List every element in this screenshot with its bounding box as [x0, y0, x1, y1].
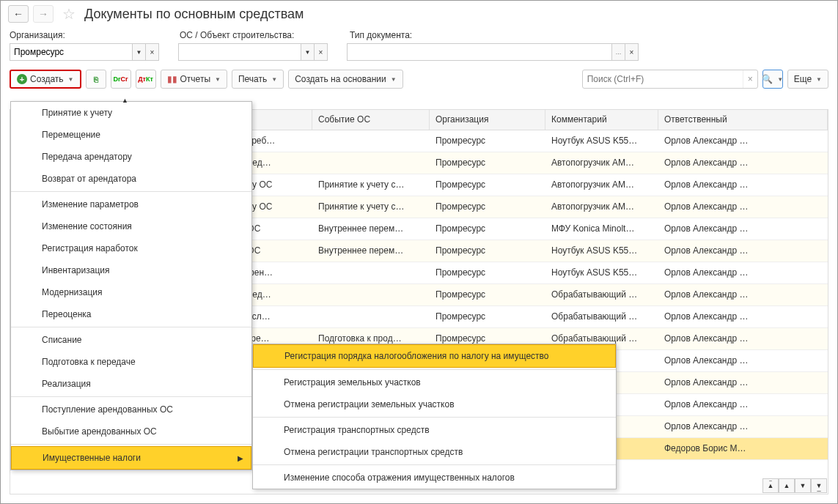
type-filter[interactable]: … ×	[347, 43, 639, 61]
submenu-item[interactable]: Регистрация транспортных средств	[253, 419, 616, 441]
table-cell: Промресурс	[430, 262, 545, 284]
dropdown-icon[interactable]: ▼	[133, 43, 146, 61]
filter-row: Организация: ОС / Объект строительства: …	[1, 27, 837, 43]
table-cell	[312, 152, 430, 174]
table-cell: Орлов Александр …	[658, 284, 828, 305]
os-filter-input[interactable]	[178, 43, 301, 61]
col-header[interactable]: Событие ОС	[312, 110, 430, 130]
org-filter[interactable]: ▼ ×	[10, 43, 159, 61]
table-cell: Ноутбук ASUS K55…	[545, 240, 658, 262]
table-cell: Принятие к учету с…	[312, 174, 430, 196]
table-cell: Ноутбук ASUS K55…	[545, 262, 658, 284]
ellipsis-icon[interactable]: …	[612, 43, 625, 61]
table-cell	[312, 284, 430, 305]
more-button[interactable]: Еще ▼	[787, 70, 828, 89]
menu-separator	[11, 444, 251, 445]
table-cell: Орлов Александр …	[658, 350, 828, 371]
menu-item[interactable]: Модернизация	[11, 281, 251, 303]
dropdown-icon[interactable]: ▼	[301, 43, 315, 61]
menu-item[interactable]: Изменение параметров	[11, 193, 251, 215]
forward-button[interactable]: →	[33, 5, 54, 23]
menu-separator	[253, 417, 616, 418]
type-filter-input[interactable]	[347, 43, 612, 61]
table-cell: Ноутбук ASUS K55…	[545, 130, 658, 152]
col-header[interactable]: Организация	[430, 110, 545, 130]
toolbar: + Создать ▼ ⎘ DrCr ДтКт ▮▮ Отчеты ▼ Печа…	[10, 70, 828, 89]
table-cell: Промресурс	[430, 284, 545, 305]
clear-icon[interactable]: ×	[146, 43, 159, 61]
org-filter-input[interactable]	[10, 43, 133, 61]
search-button[interactable]: 🔍▼	[762, 70, 783, 89]
menu-item[interactable]: Имущественные налоги▶	[11, 446, 251, 470]
clear-icon[interactable]: ×	[315, 43, 328, 61]
submenu-item[interactable]: Регистрация порядка налогообложения по н…	[253, 344, 616, 368]
reports-label: Отчеты	[180, 74, 210, 84]
menu-item[interactable]: Подготовка к передаче	[11, 351, 251, 373]
submenu-item[interactable]: Регистрация земельных участков	[253, 371, 616, 393]
reports-button[interactable]: ▮▮ Отчеты ▼	[161, 70, 227, 89]
table-cell: Внутреннее перем…	[312, 218, 430, 240]
chevron-down-icon: ▼	[215, 76, 221, 83]
table-cell: Промресурс	[430, 240, 545, 262]
table-cell: Орлов Александр …	[658, 394, 828, 415]
menu-item[interactable]: Возврат от арендатора	[11, 168, 251, 190]
table-cell: Промресурс	[430, 196, 545, 218]
print-button[interactable]: Печать ▼	[232, 70, 284, 89]
app-window: ← → ☆ Документы по основным средствам Ор…	[0, 0, 838, 504]
copy-button[interactable]: ⎘	[86, 70, 106, 89]
os-filter[interactable]: ▼ ×	[178, 43, 328, 61]
magnifier-icon: 🔍	[762, 74, 773, 84]
table-cell	[312, 262, 430, 284]
menu-item[interactable]: Выбытие арендованных ОС	[11, 420, 251, 442]
dr-cr-button[interactable]: DrCr	[111, 70, 131, 89]
clear-icon[interactable]: ×	[625, 43, 639, 61]
search-box[interactable]: ×	[582, 70, 758, 89]
nav-up-icon[interactable]: ▲	[779, 478, 795, 493]
table-cell: Орлов Александр …	[658, 306, 828, 327]
os-filter-label: ОС / Объект строительства:	[180, 30, 334, 40]
menu-separator	[253, 464, 616, 465]
favorite-star-icon[interactable]: ☆	[62, 5, 76, 23]
menu-item[interactable]: Передача арендатору	[11, 146, 251, 168]
menu-separator	[253, 369, 616, 370]
chevron-down-icon: ▼	[391, 76, 397, 83]
menu-item[interactable]: Поступление арендованных ОС	[11, 399, 251, 420]
submenu-item[interactable]: Отмена регистрации транспортных средств	[253, 441, 616, 463]
table-cell: Орлов Александр …	[658, 262, 828, 284]
menu-item[interactable]: Перемещение	[11, 124, 251, 146]
menu-item[interactable]: Инвентаризация	[11, 259, 251, 281]
chart-icon: ▮▮	[167, 74, 177, 84]
menu-item[interactable]: Списание	[11, 329, 251, 351]
table-cell: Промресурс	[430, 218, 545, 240]
copy-icon: ⎘	[94, 75, 98, 84]
menu-item[interactable]: Регистрация наработок	[11, 237, 251, 259]
search-input[interactable]	[583, 74, 743, 84]
submenu-item[interactable]: Изменение способа отражения имущественны…	[253, 467, 616, 489]
menu-item[interactable]: Переоценка	[11, 303, 251, 325]
type-filter-label: Тип документа:	[350, 30, 650, 40]
chevron-down-icon: ▼	[816, 76, 822, 83]
menu-separator	[11, 191, 251, 192]
col-header[interactable]: Ответственный	[658, 110, 828, 130]
nav-last-icon[interactable]: ▼_	[811, 478, 827, 493]
menu-separator	[11, 396, 251, 397]
menu-item[interactable]: Изменение состояния	[11, 215, 251, 237]
submenu-item[interactable]: Отмена регистрации земельных участков	[253, 393, 616, 415]
col-header[interactable]: Комментарий	[545, 110, 658, 130]
create-button[interactable]: + Создать ▼	[10, 70, 81, 89]
chevron-down-icon: ▼	[777, 76, 783, 83]
table-cell: Орлов Александр …	[658, 174, 828, 196]
chevron-down-icon: ▼	[68, 76, 74, 83]
create-based-button[interactable]: Создать на основании ▼	[288, 70, 403, 89]
menu-item[interactable]: Реализация	[11, 373, 251, 395]
create-submenu: Регистрация порядка налогообложения по н…	[252, 344, 617, 489]
search-clear-icon[interactable]: ×	[743, 70, 757, 88]
table-cell: Промресурс	[430, 174, 545, 196]
chevron-down-icon: ▼	[271, 76, 277, 83]
table-cell: Орлов Александр …	[658, 196, 828, 218]
back-button[interactable]: ←	[8, 5, 29, 23]
dt-kt-button[interactable]: ДтКт	[136, 70, 156, 89]
nav-down-icon[interactable]: ▼	[795, 478, 811, 493]
nav-first-icon[interactable]: ▲‾	[762, 478, 779, 493]
menu-item[interactable]: Принятие к учету	[11, 102, 251, 124]
